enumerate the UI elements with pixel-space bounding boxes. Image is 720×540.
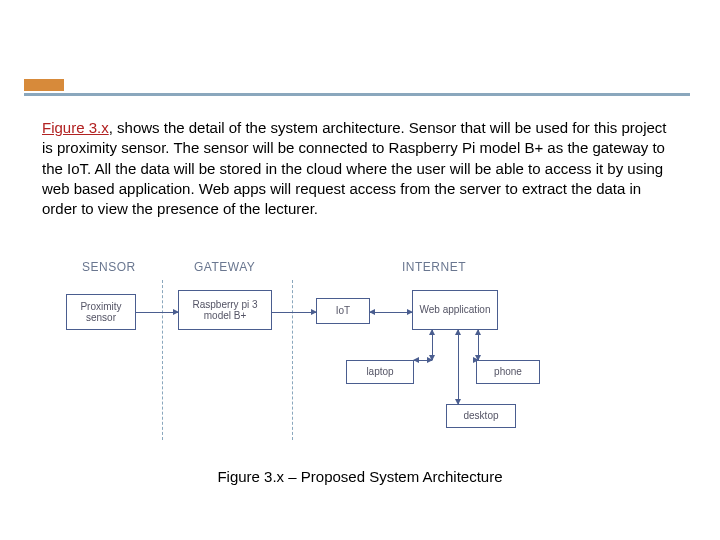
arrow-web-phone-v xyxy=(478,330,479,360)
divider-gateway-internet xyxy=(292,280,293,440)
divider-sensor-gateway xyxy=(162,280,163,440)
figure-caption: Figure 3.x – Proposed System Architectur… xyxy=(0,468,720,485)
arrow-web-desktop xyxy=(458,330,459,404)
arrow-rpi-to-iot xyxy=(272,312,316,313)
architecture-diagram: SENSOR GATEWAY INTERNET Proximity sensor… xyxy=(62,260,562,440)
body-paragraph: Figure 3.x, shows the detail of the syst… xyxy=(42,118,674,219)
node-proximity-sensor: Proximity sensor xyxy=(66,294,136,330)
node-laptop: laptop xyxy=(346,360,414,384)
node-desktop: desktop xyxy=(446,404,516,428)
body-text: , shows the detail of the system archite… xyxy=(42,119,666,217)
arrow-iot-web xyxy=(370,312,412,313)
arrow-sensor-to-rpi xyxy=(136,312,178,313)
slide-divider xyxy=(24,88,690,96)
header-gateway: GATEWAY xyxy=(194,260,255,274)
arrow-web-laptop-v xyxy=(432,330,433,360)
header-internet: INTERNET xyxy=(402,260,466,274)
node-iot: IoT xyxy=(316,298,370,324)
header-sensor: SENSOR xyxy=(82,260,136,274)
figure-reference: Figure 3.x xyxy=(42,119,109,136)
arrow-web-laptop-h xyxy=(414,360,432,361)
node-phone: phone xyxy=(476,360,540,384)
node-raspberry-pi: Raspberry pi 3 model B+ xyxy=(178,290,272,330)
node-web-app: Web application xyxy=(412,290,498,330)
